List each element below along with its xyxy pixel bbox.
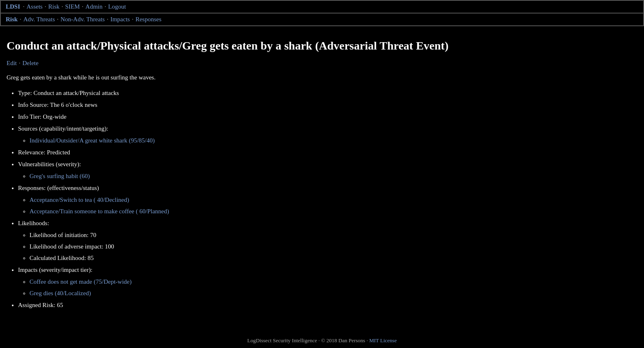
impact-link-1[interactable]: Greg dies (40/Localized) [29, 290, 91, 296]
action-links: Edit · Delete [7, 60, 633, 67]
nav-assets[interactable]: Assets [27, 3, 43, 10]
impacts-sub-list: Coffee does not get made (75/Dept-wide) … [18, 276, 633, 299]
sources-item: Sources (capability/intent/targeting): I… [18, 123, 633, 146]
description: Greg gets eaten by a shark while he is o… [7, 74, 633, 81]
type-label: Type: [18, 90, 32, 96]
impacts-item: Impacts (severity/impact tier): Coffee d… [18, 264, 633, 299]
response-0: Acceptance/Switch to tea ( 40/Declined) [29, 194, 633, 206]
sub-nav-separator-0: · [20, 16, 21, 23]
vulnerabilities-item: Vulnerabilities (severity): Greg's surfi… [18, 159, 633, 182]
sub-nav-non-adv-threats[interactable]: Non-Adv. Threats [61, 16, 105, 23]
vulnerabilities-label: Vulnerabilities (severity): [18, 161, 81, 167]
assigned-risk-item: Assigned Risk: 65 [18, 300, 633, 311]
nav-separator-4: · [104, 3, 106, 10]
mit-license-link[interactable]: MIT License [369, 337, 397, 343]
sub-nav-responses[interactable]: Responses [136, 16, 161, 23]
likelihoods-label: Likelihoods: [18, 220, 49, 226]
nav-separator-1: · [45, 3, 46, 10]
top-navigation: LDSI · Assets · Risk · SIEM · Admin · Lo… [0, 0, 644, 14]
response-link-1[interactable]: Acceptance/Train someone to make coffee … [29, 208, 169, 215]
likelihood-0: Likelihood of initiation: 70 [29, 230, 633, 241]
footer-text: LogDissect Security Intelligence · © 201… [247, 337, 368, 343]
nav-separator-0: · [23, 3, 25, 10]
relevance-value: Predicted [47, 149, 70, 156]
sub-navigation: Risk · Adv. Threats · Non-Adv. Threats ·… [0, 14, 644, 26]
relevance-label: Relevance: [18, 149, 45, 156]
delete-link[interactable]: Delete [23, 60, 39, 67]
likelihood-text-1: Likelihood of adverse impact: 100 [29, 243, 114, 250]
impact-link-0[interactable]: Coffee does not get made (75/Dept-wide) [29, 278, 132, 285]
nav-separator-2: · [61, 3, 63, 10]
nav-risk[interactable]: Risk [48, 3, 60, 10]
nav-admin[interactable]: Admin [86, 3, 103, 10]
info-tier-value: Org-wide [43, 113, 66, 120]
likelihoods-item: Likelihoods: Likelihood of initiation: 7… [18, 218, 633, 264]
sub-nav-separator-1: · [57, 16, 59, 23]
sub-nav-separator-3: · [132, 16, 134, 23]
likelihood-1: Likelihood of adverse impact: 100 [29, 241, 633, 252]
sub-nav-separator-2: · [107, 16, 109, 23]
nav-separator-3: · [82, 3, 84, 10]
info-source-value: The 6 o'clock news [50, 102, 98, 108]
info-tier-label: Info Tier: [18, 113, 41, 120]
sources-label: Sources (capability/intent/targeting): [18, 125, 108, 132]
info-source-label: Info Source: [18, 102, 49, 108]
edit-link[interactable]: Edit [7, 60, 17, 67]
assigned-risk-value: 65 [57, 302, 63, 308]
assigned-risk-label: Assigned Risk: [18, 302, 55, 308]
page-title: Conduct an attack/Physical attacks/Greg … [7, 38, 633, 53]
responses-item: Responses: (effectiveness/status) Accept… [18, 183, 633, 217]
response-link-0[interactable]: Acceptance/Switch to tea ( 40/Declined) [29, 197, 129, 203]
sources-sub-list: Individual/Outsider/A great white shark … [18, 135, 633, 146]
vulnerability-0: Greg's surfing habit (60) [29, 171, 633, 182]
brand-logo[interactable]: LDSI [6, 3, 20, 10]
sub-nav-impacts[interactable]: Impacts [110, 16, 129, 23]
impact-0: Coffee does not get made (75/Dept-wide) [29, 276, 633, 287]
vulnerability-link-0[interactable]: Greg's surfing habit (60) [29, 173, 90, 179]
responses-sub-list: Acceptance/Switch to tea ( 40/Declined) … [18, 194, 633, 217]
source-0: Individual/Outsider/A great white shark … [29, 135, 633, 146]
likelihood-2: Calculated Likelihood: 85 [29, 253, 633, 264]
impact-1: Greg dies (40/Localized) [29, 288, 633, 299]
type-item: Type: Conduct an attack/Physical attacks [18, 88, 633, 99]
source-link-0[interactable]: Individual/Outsider/A great white shark … [29, 137, 155, 144]
vulnerabilities-sub-list: Greg's surfing habit (60) [18, 171, 633, 182]
likelihood-text-2: Calculated Likelihood: 85 [29, 255, 94, 261]
info-source-item: Info Source: The 6 o'clock news [18, 99, 633, 111]
impacts-label: Impacts (severity/impact tier): [18, 267, 93, 273]
nav-logout[interactable]: Logout [108, 3, 126, 10]
type-value: Conduct an attack/Physical attacks [34, 90, 119, 96]
details-list: Type: Conduct an attack/Physical attacks… [7, 88, 633, 311]
response-1: Acceptance/Train someone to make coffee … [29, 206, 633, 217]
main-content: Conduct an attack/Physical attacks/Greg … [0, 26, 639, 328]
sub-nav-adv-threats[interactable]: Adv. Threats [23, 16, 55, 23]
likelihood-text-0: Likelihood of initiation: 70 [29, 232, 96, 238]
footer: LogDissect Security Intelligence · © 201… [0, 325, 644, 348]
nav-siem[interactable]: SIEM [65, 3, 80, 10]
likelihoods-sub-list: Likelihood of initiation: 70 Likelihood … [18, 230, 633, 264]
info-tier-item: Info Tier: Org-wide [18, 111, 633, 122]
sub-nav-active: Risk [6, 16, 18, 23]
action-separator: · [19, 60, 20, 67]
responses-label: Responses: (effectiveness/status) [18, 185, 99, 191]
relevance-item: Relevance: Predicted [18, 147, 633, 158]
